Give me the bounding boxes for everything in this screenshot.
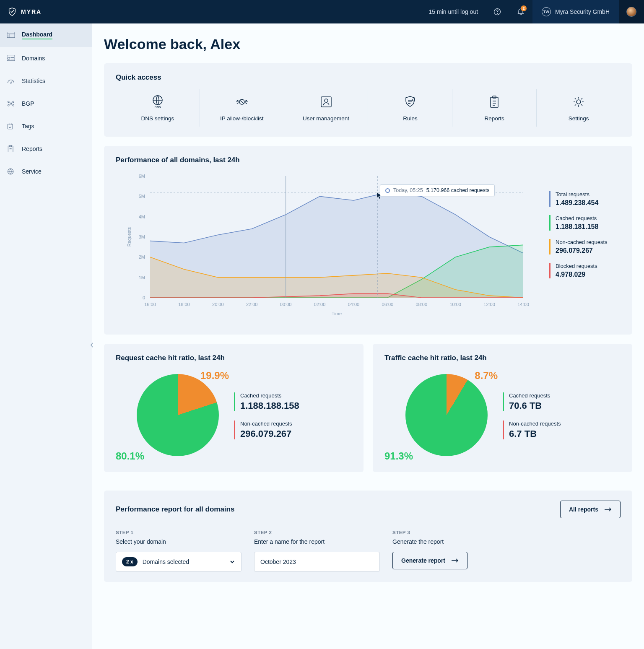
globe-dns-icon: DNS — [149, 94, 166, 109]
sidebar-item-statistics[interactable]: Statistics — [0, 70, 92, 92]
users-icon — [318, 94, 335, 109]
qa-rules[interactable]: Rules — [368, 89, 452, 127]
chart-tooltip: Today, 05:25 5.170.966 cached requests — [380, 184, 495, 196]
step-desc: Enter a name for the report — [254, 538, 380, 545]
legend-noncached: Non-cached requests 296.079.267 — [234, 421, 299, 439]
all-reports-button[interactable]: All reports — [560, 501, 621, 518]
brand-shield-icon — [8, 7, 17, 16]
svg-text:02:00: 02:00 — [314, 302, 326, 307]
sidebar-item-service[interactable]: Service — [0, 160, 92, 183]
svg-rect-11 — [8, 124, 13, 129]
svg-text:00:00: 00:00 — [280, 302, 292, 307]
topbar: MYRA 15 min until log out 2 TW Myra Secu… — [0, 0, 644, 23]
svg-rect-20 — [491, 97, 498, 107]
performance-title: Performance of all domains, last 24h — [116, 156, 621, 164]
org-name: Myra Security GmbH — [555, 8, 610, 15]
qa-label: Reports — [452, 115, 536, 122]
svg-text:DNS: DNS — [155, 106, 161, 109]
svg-text:Time: Time — [332, 311, 342, 316]
quick-access-title: Quick access — [116, 73, 621, 82]
globe-icon — [7, 168, 15, 175]
step-label: STEP 3 — [392, 530, 485, 535]
legend-noncached: Non-cached requests 296.079.267 — [549, 239, 621, 254]
sidebar-item-reports[interactable]: Reports — [0, 138, 92, 160]
qa-label: Settings — [537, 115, 621, 122]
quick-access-panel: Quick access DNS DNS settings IP allow-/… — [104, 63, 632, 137]
notifications-button[interactable]: 2 — [509, 0, 532, 23]
chevron-down-icon — [229, 559, 235, 565]
qa-reports[interactable]: Reports — [452, 89, 537, 127]
domain-select[interactable]: 2 x Domains selected — [116, 552, 242, 572]
sidebar-item-label: BGP — [22, 100, 34, 107]
legend-cached: Cached requests 1.188.181.158 — [549, 215, 621, 231]
org-switcher[interactable]: TW Myra Security GmbH — [532, 0, 619, 23]
legend-cached: Cached requests 70.6 TB — [503, 392, 561, 411]
brand[interactable]: MYRA — [8, 7, 42, 16]
legend-value: 6.7 TB — [509, 428, 561, 439]
legend-label: Cached requests — [240, 392, 299, 399]
svg-point-22 — [576, 100, 581, 104]
sidebar-item-domains[interactable]: Domains — [0, 47, 92, 70]
svg-point-7 — [13, 101, 14, 102]
svg-text:18:00: 18:00 — [178, 302, 190, 307]
legend-label: Non-cached requests — [240, 421, 299, 427]
sidebar-item-dashboard[interactable]: Dashboard — [0, 23, 92, 47]
report-panel: Performance report for all domains All r… — [104, 491, 632, 582]
qa-label: User management — [284, 115, 368, 122]
sidebar-item-label: Dashboard — [22, 31, 52, 39]
svg-text:12:00: 12:00 — [483, 302, 495, 307]
help-icon — [493, 8, 501, 16]
report-step-1: STEP 1 Select your domain 2 x Domains se… — [116, 530, 242, 572]
qa-user-management[interactable]: User management — [284, 89, 369, 127]
tooltip-marker-icon — [385, 188, 390, 193]
qa-dns-settings[interactable]: DNS DNS settings — [116, 89, 200, 127]
svg-rect-18 — [321, 97, 331, 107]
legend-label: Non-cached requests — [509, 421, 561, 427]
network-icon — [7, 100, 15, 107]
legend-value: 1.188.188.158 — [240, 400, 299, 411]
legend-label: Cached requests — [509, 392, 561, 399]
qa-ip-allow-blocklist[interactable]: IP allow-/blocklist — [200, 89, 284, 127]
sidebar-item-bgp[interactable]: BGP — [0, 92, 92, 115]
report-name-value: October 2023 — [260, 558, 296, 565]
help-button[interactable] — [486, 0, 509, 23]
svg-text:08:00: 08:00 — [416, 302, 428, 307]
tooltip-time: Today, 05:25 — [393, 187, 423, 193]
sidebar: Dashboard Domains Statistics BGP Tags Re… — [0, 23, 92, 649]
chevron-left-icon — [90, 342, 94, 348]
pie-noncached-pct: 19.9% — [200, 370, 229, 382]
qa-settings[interactable]: Settings — [537, 89, 621, 127]
generate-report-label: Generate report — [401, 557, 445, 564]
tags-icon — [7, 122, 15, 130]
svg-point-9 — [13, 105, 14, 106]
pie-noncached-pct: 8.7% — [475, 370, 498, 382]
gear-icon — [570, 94, 587, 109]
qa-label: Rules — [368, 115, 452, 122]
svg-text:06:00: 06:00 — [382, 302, 394, 307]
sidebar-item-label: Service — [22, 168, 42, 175]
legend-value: 1.489.238.454 — [556, 199, 621, 207]
svg-text:6M: 6M — [139, 174, 145, 179]
user-menu[interactable] — [619, 0, 644, 23]
sidebar-collapse[interactable] — [90, 342, 94, 349]
legend-cached: Cached requests 1.188.188.158 — [234, 392, 299, 411]
domain-count-chip: 2 x — [122, 557, 138, 566]
notification-badge: 2 — [521, 5, 527, 11]
sidebar-item-label: Statistics — [22, 78, 45, 84]
svg-text:5M: 5M — [139, 194, 145, 199]
step-desc: Select your domain — [116, 538, 242, 545]
performance-chart[interactable]: 01M2M3M4M5M6MRequests16:0018:0020:0022:0… — [116, 172, 537, 324]
page-title: Welcome back, Alex — [104, 36, 632, 52]
svg-text:16:00: 16:00 — [144, 302, 156, 307]
arrow-right-icon — [451, 558, 459, 563]
clipboard-icon — [486, 94, 503, 109]
legend-noncached: Non-cached requests 6.7 TB — [503, 421, 561, 439]
sidebar-item-tags[interactable]: Tags — [0, 115, 92, 138]
svg-point-10 — [10, 103, 11, 104]
generate-report-button[interactable]: Generate report — [392, 552, 467, 569]
svg-text:22:00: 22:00 — [246, 302, 258, 307]
report-step-2: STEP 2 Enter a name for the report Octob… — [254, 530, 380, 572]
svg-text:1M: 1M — [139, 275, 145, 280]
report-name-input[interactable]: October 2023 — [254, 552, 380, 572]
sidebar-item-label: Domains — [22, 55, 45, 62]
